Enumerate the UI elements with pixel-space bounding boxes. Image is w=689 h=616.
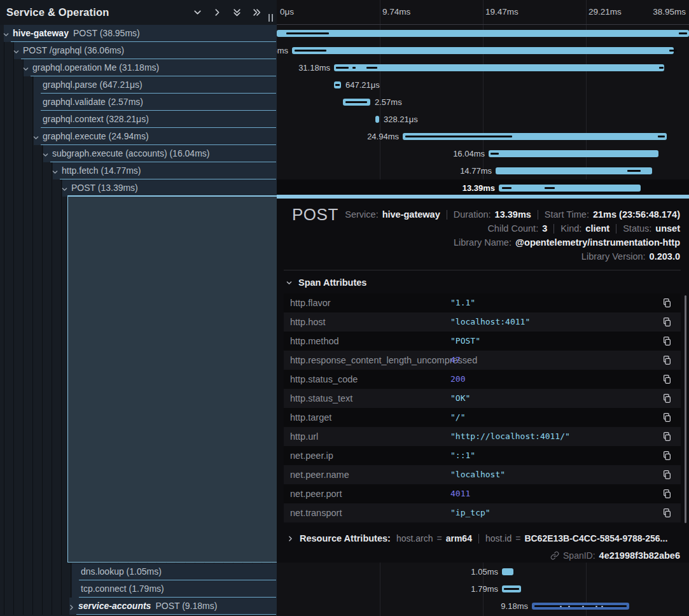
span-id-value[interactable]: 4e21998f3b82abe6 [599,550,680,561]
tree-row[interactable]: dns.lookup (1.05ms) [0,563,277,580]
divider [478,534,479,543]
span-label: subgraph.execute (accounts) (16.04ms) [52,145,209,162]
tree-row[interactable]: graphql.execute (24.94ms) [0,128,277,145]
caret-down-icon[interactable] [52,169,59,176]
copy-icon[interactable] [662,355,672,368]
span-detail-title: POST [292,205,338,225]
caret-down-icon[interactable] [13,48,20,55]
chevron-down-icon[interactable] [193,8,202,17]
ruler-tick: 29.21ms [588,7,622,17]
copy-icon[interactable] [662,431,672,444]
span-attributes-title: Span Attributes [298,277,366,288]
span-bar[interactable] [343,99,370,106]
bar-tick [491,153,499,155]
tree-row[interactable]: subgraph.execute (accounts) (16.04ms) [0,145,277,162]
trace-viewer: Service & Operation hive-gatewayPOST (38… [0,0,689,616]
attribute-row: http.method"POST" [284,332,681,351]
tree-row[interactable]: POST /graphql (36.06ms) [0,42,277,59]
detail-field: Status:unset [623,223,680,234]
link-icon[interactable] [550,551,559,560]
ruler-tick: 9.74ms [382,7,410,17]
span-attributes-header[interactable]: Span Attributes [286,277,366,288]
service-name: hive-gateway [13,28,69,38]
bar-dot [595,606,597,608]
attribute-value: 200 [450,370,465,389]
attribute-key: http.method [290,332,339,351]
span-label: POST (13.39ms) [71,179,138,197]
copy-icon[interactable] [662,393,672,406]
span-bar[interactable] [277,30,689,37]
caret-down-icon[interactable] [42,151,49,158]
duration-label: 24.94ms [277,128,399,145]
detail-field: Kind:client [560,223,609,234]
span-bar[interactable] [334,81,341,88]
span-bar[interactable] [532,603,629,610]
span-label: graphql.parse (647.21μs) [43,76,143,94]
copy-icon[interactable] [662,298,672,311]
span-label: graphql.operation Me (31.18ms) [32,59,159,76]
ruler-tick: 19.47ms [485,7,518,17]
span-bar[interactable] [403,133,667,140]
span-bar[interactable] [292,47,674,54]
tree-row[interactable]: tcp.connect (1.79ms) [0,580,277,598]
caret-down-icon[interactable] [22,66,29,73]
tree-row[interactable]: POST (13.39ms) [0,179,277,197]
ruler-tick: 0μs [280,7,294,17]
caret-down-icon[interactable] [32,134,39,141]
tree-header-title: Service & Operation [6,6,109,18]
copy-icon[interactable] [662,508,672,521]
duration-label: 647.21μs [345,76,380,94]
caret-right-icon[interactable] [68,604,75,611]
copy-icon[interactable] [662,470,672,482]
copy-icon[interactable] [662,336,672,349]
attribute-value: "OK" [450,389,470,408]
tree-row[interactable]: graphql.validate (2.57ms) [0,94,277,111]
double-chevron-right-icon[interactable] [252,8,261,17]
copy-icon[interactable] [662,489,672,501]
ruler-tick: 38.95ms [653,7,686,17]
tree-row[interactable]: graphql.context (328.21μs) [0,111,277,128]
attribute-row: net.peer.port4011 [284,484,681,503]
copy-icon[interactable] [662,412,672,425]
copy-icon[interactable] [662,451,672,463]
scrollbar[interactable] [685,295,686,523]
copy-icon[interactable] [662,374,672,387]
bar-tick [627,170,641,172]
span-bar[interactable] [502,585,521,592]
bar-tick [405,136,512,137]
tree-row[interactable]: graphql.operation Me (31.18ms) [0,59,277,76]
caret-down-icon[interactable] [3,31,10,38]
copy-icon[interactable] [662,317,672,330]
span-bar[interactable] [496,167,652,174]
caret-down-icon[interactable] [61,186,68,193]
chevron-right-icon[interactable] [212,8,222,17]
bar-tick [345,101,367,103]
span-bar[interactable] [375,116,379,123]
divider [616,224,616,234]
span-attributes-table: http.flavor"1.1"http.host"localhost:4011… [284,293,681,522]
span-bar[interactable] [489,150,658,157]
double-chevron-down-icon[interactable] [232,8,242,17]
tree-row[interactable]: service-accountsPOST (9.18ms) [0,598,277,615]
bar-tick [679,32,687,34]
detail-field: Child Count:3 [487,223,547,234]
span-bar[interactable] [502,568,513,575]
resource-attributes-items: host.arch=arm64host.id=BC62E13B-C4CC-585… [396,533,667,543]
chevron-down-icon [286,279,293,286]
span-bar[interactable] [334,64,664,71]
divider [553,224,554,234]
tree-row[interactable]: http.fetch (14.77ms) [0,162,277,179]
attribute-key: net.peer.port [290,484,342,503]
attribute-value: "/" [450,408,465,427]
timeline-ruler: 0μs 9.74ms 19.47ms 29.21ms 38.95ms [277,0,689,25]
attribute-row: http.status_text"OK" [284,389,681,408]
chevron-right-icon[interactable] [287,535,294,542]
pane-resize-handle[interactable] [268,14,273,22]
resource-attributes-title[interactable]: Resource Attributes: [300,533,391,543]
tree-row[interactable]: graphql.parse (647.21μs) [0,76,277,94]
detail-field: Duration:13.39ms [454,209,531,220]
resource-attribute: host.arch=arm64 [396,533,472,543]
tree-row[interactable]: hive-gatewayPOST (38.95ms) [0,25,277,42]
expanded-span-filler [67,197,277,563]
span-bar[interactable] [499,185,641,192]
